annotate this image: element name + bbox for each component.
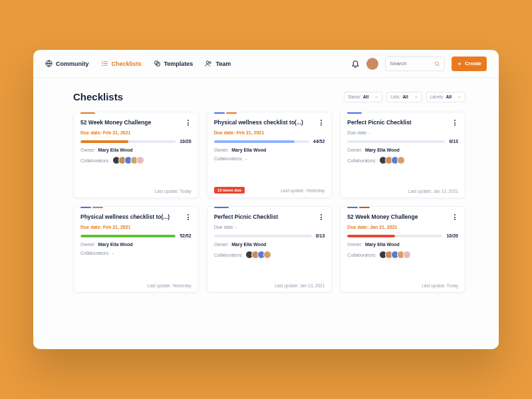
filter-status[interactable]: Status: All (344, 92, 383, 102)
avatar[interactable] (397, 156, 405, 164)
card-title: Perfect Picnic Checklist (347, 119, 452, 126)
collaborators-label: Collaborators: (80, 158, 110, 163)
collaborators-row: Collaborators: (214, 251, 325, 259)
collaborators-row: Collaborators: (80, 156, 192, 164)
collaborators-row: Collaborators: (347, 251, 458, 259)
card-title: Physical wellness checklist to(...) (80, 213, 185, 221)
filters: Status: All Lists: All Labels: All (344, 92, 466, 102)
progress-bar (347, 140, 445, 143)
checklist-card[interactable]: Physical wellness checklist to(...)Due d… (207, 112, 332, 198)
app-window: Community Checklists Templates Team (33, 50, 499, 349)
bell-icon[interactable] (351, 59, 360, 68)
due-date: Due date: - (214, 225, 325, 229)
checklist-card[interactable]: Perfect Picnic ChecklistDue date: -0/13O… (340, 112, 466, 198)
main: Checklists Status: All Lists: All Labels… (33, 78, 499, 349)
card-footer: Last update: Jan 13, 2021 (214, 283, 325, 288)
owner-row: Owner:Mary Ella Wood (347, 242, 458, 247)
due-date: Due date: Feb 21, 2021 (80, 225, 192, 229)
progress-bar (80, 235, 176, 237)
filter-labels[interactable]: Labels: All (426, 92, 466, 102)
kebab-icon[interactable] (452, 119, 458, 126)
search-icon (434, 61, 440, 67)
kebab-icon[interactable] (185, 213, 192, 220)
filter-lists[interactable]: Lists: All (386, 92, 422, 102)
kebab-icon[interactable] (318, 213, 325, 220)
nav-label: Checklists (112, 61, 142, 67)
collaborator-avatars (112, 156, 144, 164)
topbar-right: Create (351, 57, 487, 71)
last-update: Last update: Jan 13, 2021 (408, 189, 458, 194)
owner-row: Owner:Mary Ella Wood (347, 148, 458, 152)
checklist-card[interactable]: Physical wellness checklist to(...)Due d… (73, 206, 199, 293)
card-footer: Last update: Yesterday (80, 283, 192, 288)
filter-label: Status: (348, 94, 361, 99)
nav-checklists[interactable]: Checklists (101, 60, 142, 67)
collaborators-label: Collaborators: (347, 253, 376, 257)
svg-point-6 (102, 65, 102, 66)
progress-count: 44/52 (313, 139, 325, 144)
progress-count: 0/13 (316, 233, 325, 238)
card-head: Physical wellness checklist to(...) (80, 213, 192, 221)
progress-bar (347, 235, 442, 237)
owner-label: Owner: (80, 242, 96, 247)
svg-line-12 (438, 65, 440, 66)
card-footer: Last update: Today (80, 189, 192, 194)
card-accent (347, 112, 362, 114)
progress-row: 44/52 (214, 139, 325, 144)
avatar[interactable] (136, 156, 144, 164)
progress-bar (214, 140, 309, 143)
avatar[interactable] (403, 251, 411, 259)
search-box[interactable] (385, 57, 445, 71)
card-accent (214, 207, 229, 208)
plus-icon (457, 61, 462, 66)
owner-label: Owner: (80, 148, 96, 152)
collaborator-avatars (379, 251, 411, 259)
due-date: Due date: Feb 21, 2021 (80, 130, 192, 135)
last-update: Last update: Today (422, 283, 458, 288)
avatar[interactable] (263, 251, 271, 259)
card-accent (80, 112, 95, 114)
search-input[interactable] (390, 61, 434, 66)
owner-row: Owner:Mary Ella Wood (80, 242, 192, 247)
nav-community[interactable]: Community (45, 60, 89, 67)
owner-label: Owner: (214, 148, 229, 152)
progress-count: 10/20 (446, 233, 458, 238)
checklist-card[interactable]: 52 Week Money ChallengeDue date: Jan 21,… (340, 206, 466, 293)
card-head: 52 Week Money Challenge (80, 119, 192, 126)
owner-name: Mary Ella Wood (365, 242, 400, 247)
progress-row: 0/13 (214, 233, 325, 238)
filter-value: All (446, 94, 452, 99)
collaborators-label: Collaborators: (214, 253, 243, 257)
kebab-icon[interactable] (185, 119, 192, 126)
checklist-card[interactable]: Perfect Picnic ChecklistDue date: -0/13O… (207, 206, 332, 293)
avatar[interactable] (366, 58, 378, 70)
list-icon (101, 60, 108, 67)
kebab-icon[interactable] (318, 119, 325, 126)
nav: Community Checklists Templates Team (45, 60, 231, 67)
nav-label: Team (215, 61, 231, 67)
last-update: Last update: Jan 13, 2021 (275, 283, 325, 288)
nav-team[interactable]: Team (205, 60, 231, 67)
checklist-card[interactable]: 52 Week Money ChallengeDue date: Feb 21,… (73, 112, 199, 198)
card-title: Perfect Picnic Checklist (214, 213, 319, 221)
users-icon (205, 60, 212, 67)
card-title: Physical wellness checklist to(...) (214, 119, 319, 126)
owner-name: Mary Ella Wood (231, 148, 266, 152)
filter-value: All (402, 94, 408, 99)
collaborators-row: Collaborators: (347, 156, 458, 164)
progress-count: 52/52 (180, 233, 192, 238)
chevron-down-icon (458, 95, 462, 99)
owner-name: Mary Ella Wood (98, 148, 133, 152)
card-head: Physical wellness checklist to(...) (214, 119, 325, 126)
filter-label: Labels: (430, 94, 444, 99)
nav-templates[interactable]: Templates (154, 60, 194, 67)
last-update: Last update: Yesterday (281, 188, 325, 193)
kebab-icon[interactable] (452, 213, 458, 220)
svg-point-4 (102, 61, 102, 62)
due-date: Due date: - (347, 130, 458, 135)
svg-point-10 (209, 62, 211, 64)
owner-name: Mary Ella Wood (365, 148, 400, 152)
overdue-badge: 13 items due (214, 187, 245, 194)
topbar: Community Checklists Templates Team (33, 50, 499, 78)
create-button[interactable]: Create (452, 57, 487, 71)
